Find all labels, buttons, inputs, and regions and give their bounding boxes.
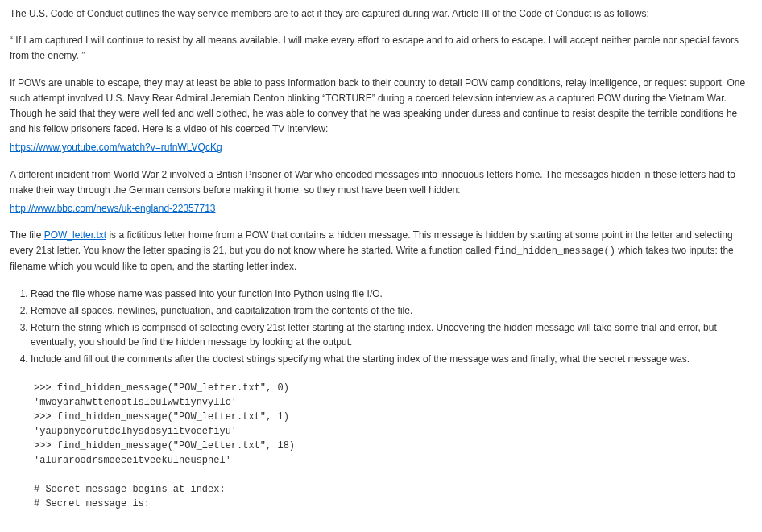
assignment-paragraph: The file POW_letter.txt is a fictitious … <box>10 228 752 275</box>
youtube-link-line: https://www.youtube.com/watch?v=rufnWLVQ… <box>10 140 752 155</box>
instruction-step: Remove all spaces, newlines, punctuation… <box>31 303 752 318</box>
instruction-step: Return the string which is comprised of … <box>31 320 752 349</box>
article-quote: “ If I am captured I will continue to re… <box>10 33 752 64</box>
instruction-step: Include and fill out the comments after … <box>31 352 752 366</box>
instruction-step: Read the file whose name was passed into… <box>31 287 752 301</box>
bbc-link-line: http://www.bbc.com/news/uk-england-22357… <box>10 201 752 217</box>
assignment-text-pre: The file <box>10 229 44 241</box>
code-block: >>> find_hidden_message("POW_letter.txt"… <box>10 381 752 511</box>
pow-info-paragraph: If POWs are unable to escape, they may a… <box>10 76 752 138</box>
intro-paragraph: The U.S. Code of Conduct outlines the wa… <box>10 6 752 22</box>
bbc-link[interactable]: http://www.bbc.com/news/uk-england-22357… <box>10 203 216 214</box>
youtube-link[interactable]: https://www.youtube.com/watch?v=rufnWLVQ… <box>10 142 222 153</box>
instruction-list: Read the file whose name was passed into… <box>10 287 752 366</box>
ww2-paragraph: A different incident from World War 2 in… <box>10 167 752 198</box>
function-name-code: find_hidden_message() <box>494 245 615 257</box>
pow-letter-file-link[interactable]: POW_letter.txt <box>44 229 106 241</box>
